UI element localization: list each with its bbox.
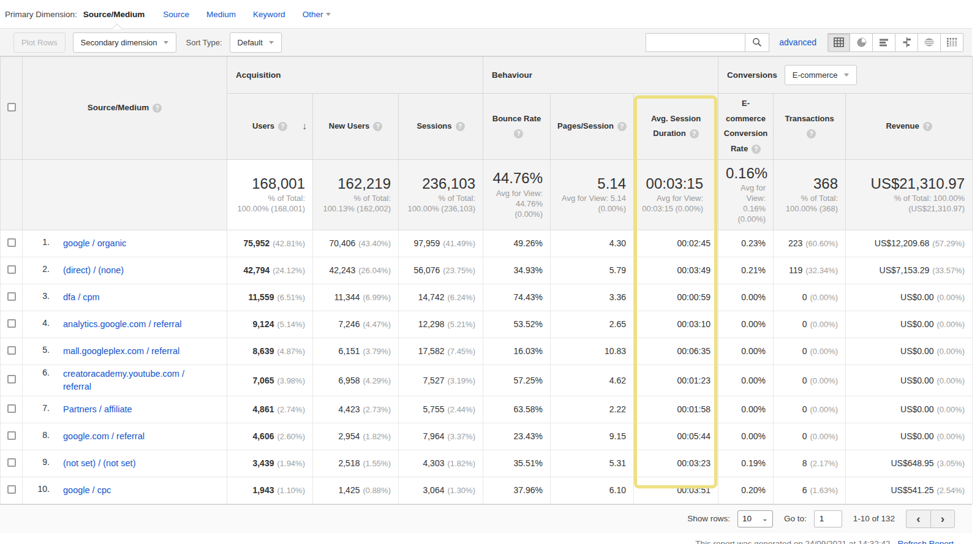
- primary-dimension-medium-link[interactable]: Medium: [206, 10, 236, 19]
- new-users-cell: 2,954(1.82%): [313, 423, 399, 450]
- pages-session-cell: 4.62: [551, 365, 634, 396]
- row-checkbox[interactable]: [7, 458, 16, 467]
- help-icon[interactable]: ?: [373, 122, 382, 131]
- source-medium-link[interactable]: (not set) / (not set): [63, 457, 135, 470]
- avg-session-duration-cell: 00:05:44: [634, 423, 718, 450]
- data-table-view-button[interactable]: [827, 33, 850, 52]
- generated-text: This report was generated on 24/09/2021 …: [695, 539, 895, 544]
- transactions-cell: 6(1.63%): [774, 477, 846, 504]
- column-header-revenue[interactable]: Revenue?: [846, 94, 973, 160]
- users-cell: 42,794(24.12%): [227, 257, 313, 284]
- row-checkbox[interactable]: [7, 292, 16, 301]
- row-checkbox[interactable]: [7, 404, 16, 413]
- column-header-avg-session-duration[interactable]: Avg. Session Duration?: [634, 94, 718, 160]
- source-medium-link[interactable]: creatoracademy.youtube.com / referral: [63, 368, 210, 393]
- pages-session-cell: 2.22: [551, 396, 634, 423]
- term-cloud-view-button[interactable]: [918, 33, 941, 52]
- row-checkbox[interactable]: [7, 485, 16, 494]
- column-header-transactions[interactable]: Transactions?: [774, 94, 846, 160]
- source-medium-link[interactable]: (direct) / (none): [63, 264, 124, 277]
- source-medium-link[interactable]: google.com / referral: [63, 430, 145, 443]
- source-medium-link[interactable]: analytics.google.com / referral: [63, 318, 181, 331]
- bar-list-icon: [879, 38, 889, 47]
- performance-view-button[interactable]: [873, 33, 895, 52]
- help-icon[interactable]: ?: [807, 129, 816, 138]
- report-toolbar: Plot Rows Secondary dimension Sort Type:…: [0, 28, 972, 56]
- primary-dimension-keyword-link[interactable]: Keyword: [253, 10, 285, 19]
- source-medium-link[interactable]: google / organic: [63, 237, 126, 250]
- chevron-down-icon: [844, 74, 849, 77]
- column-header-sessions[interactable]: Sessions?: [399, 94, 483, 160]
- users-cell: 11,559(6.51%): [227, 284, 313, 311]
- search-input[interactable]: [646, 33, 745, 52]
- revenue-cell: US$541.25(2.54%): [846, 477, 973, 504]
- primary-dimension-other-dropdown[interactable]: Other: [303, 10, 331, 19]
- source-medium-link[interactable]: google / cpc: [63, 484, 111, 497]
- row-checkbox[interactable]: [7, 346, 16, 355]
- help-icon[interactable]: ?: [690, 129, 699, 138]
- go-to-page-input[interactable]: [814, 510, 842, 527]
- row-index: 4.: [23, 318, 50, 328]
- plot-rows-button[interactable]: Plot Rows: [13, 32, 66, 53]
- term-cloud-icon: [924, 37, 935, 47]
- help-icon[interactable]: ?: [278, 122, 287, 131]
- table-search: [646, 33, 769, 52]
- column-header-source-medium[interactable]: Source/Medium?: [23, 57, 227, 160]
- primary-dimension-source-link[interactable]: Source: [163, 10, 189, 19]
- source-medium-link[interactable]: dfa / cpm: [63, 291, 100, 304]
- primary-dimension-selected[interactable]: Source/Medium: [83, 10, 145, 19]
- avg-session-duration-cell: 00:00:59: [634, 284, 718, 311]
- secondary-dimension-button[interactable]: Secondary dimension: [73, 32, 176, 53]
- summary-revenue: US$21,310.97% of Total: 100.00% (US$21,3…: [846, 159, 973, 230]
- go-to-label: Go to:: [784, 514, 807, 523]
- refresh-report-link[interactable]: Refresh Report: [897, 539, 954, 544]
- row-checkbox[interactable]: [7, 431, 16, 440]
- help-icon[interactable]: ?: [514, 129, 523, 138]
- report-generated-line: This report was generated on 24/09/2021 …: [0, 533, 972, 544]
- sort-descending-icon[interactable]: ↓: [302, 117, 307, 135]
- help-icon[interactable]: ?: [923, 122, 932, 131]
- users-cell: 7,065(3.98%): [227, 365, 313, 396]
- summary-users: 168,001% of Total: 100.00% (168,001): [227, 159, 313, 230]
- row-checkbox[interactable]: [7, 319, 16, 328]
- revenue-cell: US$0.00(0.00%): [846, 311, 973, 338]
- new-users-cell: 7,246(4.47%): [313, 311, 399, 338]
- row-checkbox[interactable]: [7, 265, 16, 274]
- help-icon[interactable]: ?: [456, 122, 465, 131]
- bounce-rate-cell: 49.26%: [483, 230, 551, 257]
- primary-dimension-bar: Primary Dimension: Source/Medium Source …: [0, 0, 972, 28]
- show-rows-value: 10: [742, 514, 752, 523]
- bounce-rate-cell: 63.58%: [483, 396, 551, 423]
- pivot-view-button[interactable]: [941, 33, 963, 52]
- chevron-down-icon: ⌄: [762, 515, 768, 522]
- column-header-new-users[interactable]: New Users?: [313, 94, 399, 160]
- source-medium-link[interactable]: mall.googleplex.com / referral: [63, 345, 179, 358]
- source-medium-link[interactable]: Partners / affiliate: [63, 403, 132, 416]
- report-table-wrap: Source/Medium? Acquisition Behaviour Con…: [0, 56, 972, 505]
- table-pagination: Show rows: 10 ⌄ Go to: 1-10 of 132 ‹ ›: [0, 505, 972, 533]
- previous-page-button[interactable]: ‹: [906, 510, 930, 528]
- avg-session-duration-cell: 00:02:45: [634, 230, 718, 257]
- row-checkbox[interactable]: [7, 375, 16, 383]
- help-icon[interactable]: ?: [153, 104, 162, 113]
- select-all-checkbox[interactable]: [7, 103, 16, 111]
- column-header-users[interactable]: Users? ↓: [227, 94, 313, 160]
- column-header-ecommerce-conversion-rate[interactable]: E-commerce Conversion Rate?: [718, 94, 774, 160]
- help-icon[interactable]: ?: [617, 122, 627, 131]
- avg-session-duration-cell: 00:03:51: [634, 477, 718, 504]
- conversions-goal-dropdown[interactable]: E-commerce: [785, 65, 857, 85]
- percentage-view-button[interactable]: [850, 33, 873, 52]
- ecommerce-conversion-rate-cell: 0.00%: [718, 338, 774, 365]
- column-header-pages-session[interactable]: Pages/Session?: [551, 94, 634, 160]
- next-page-button[interactable]: ›: [930, 510, 955, 528]
- column-header-bounce-rate[interactable]: Bounce Rate?: [483, 94, 551, 160]
- show-rows-select[interactable]: 10 ⌄: [737, 510, 773, 527]
- comparison-view-button[interactable]: [895, 33, 918, 52]
- advanced-search-link[interactable]: advanced: [779, 37, 816, 47]
- help-icon[interactable]: ?: [752, 145, 761, 154]
- search-button[interactable]: [745, 33, 769, 52]
- row-checkbox[interactable]: [7, 238, 16, 247]
- users-cell: 3,439(1.94%): [227, 450, 313, 477]
- table-body: 168,001% of Total: 100.00% (168,001) 162…: [1, 159, 973, 504]
- sort-type-dropdown[interactable]: Default: [230, 32, 282, 53]
